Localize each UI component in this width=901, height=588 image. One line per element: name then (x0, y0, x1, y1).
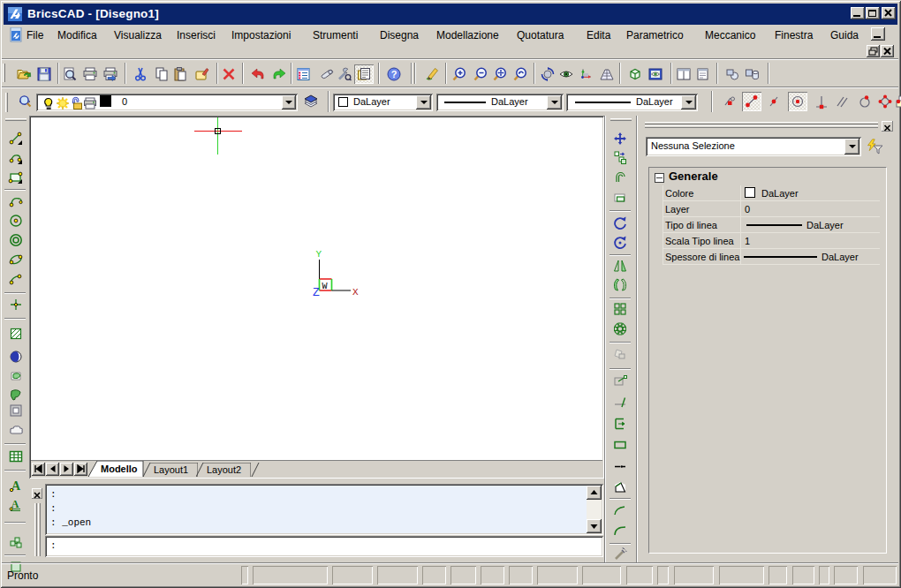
svg-text:Z: Z (313, 286, 320, 299)
svg-text:?: ? (391, 69, 398, 79)
svg-text:W: W (322, 282, 328, 291)
svg-text:X: X (352, 287, 359, 298)
svg-text:Y: Y (316, 249, 322, 260)
